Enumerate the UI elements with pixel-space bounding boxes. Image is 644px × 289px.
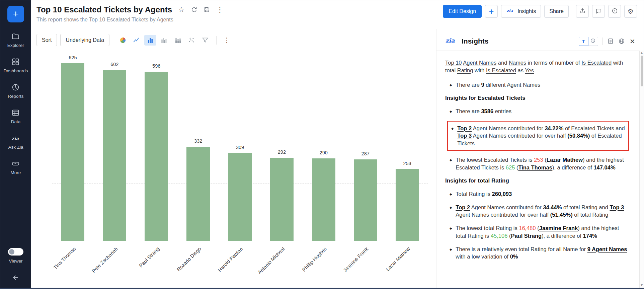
insight-text: 9 [481,82,484,88]
viewer-toggle[interactable] [8,248,23,256]
bar-lazar-mathew[interactable]: 253 [396,169,419,241]
bar-rozario-diego[interactable]: 332 [186,147,210,241]
bar-harold-pawlan[interactable]: 309 [228,153,252,241]
bar-pete-zachariah[interactable]: 602 [103,70,126,241]
insight-link[interactable]: Rating [457,67,473,73]
insights-scrollbar[interactable]: ▲ ▼ [639,51,644,288]
share-button[interactable]: Share [544,5,569,18]
insight-text: 45,106 [491,233,507,239]
insight-link[interactable]: Agent Names [463,60,496,66]
edit-design-button[interactable]: Edit Design [443,5,482,18]
insights-button[interactable]: zia Insights [501,5,541,18]
insight-bullet: ◆There are 9 different Agent Names [450,81,630,89]
comments-button[interactable] [592,5,605,18]
sidebar-item-ask-zia[interactable]: zia Ask Zia [8,134,23,150]
insight-text: with a low variation of [456,254,510,260]
toolbar-more-options-icon[interactable]: ⋮ [222,37,232,43]
insights-text-view-button[interactable]: T [579,37,588,46]
favorite-star-icon[interactable]: ☆ [178,6,185,13]
settings-button[interactable]: ⚙ [624,5,637,18]
sort-button[interactable]: Sort [36,34,57,46]
pie-chart-type-icon[interactable] [117,35,129,46]
save-icon[interactable] [204,6,210,13]
insight-link[interactable]: Yes [525,67,534,73]
stacked-column-chart-type-icon[interactable] [172,35,184,46]
scroll-up-arrow-icon[interactable]: ▲ [641,51,643,55]
bar-paul-strang[interactable]: 596 [145,72,168,241]
x-axis-label: Pete Zachariah [90,246,118,274]
insights-button-label: Insights [517,8,536,14]
insight-link[interactable]: Tina Thomas [518,164,552,170]
insight-link[interactable]: 9 Agent Names [587,246,627,252]
line-chart-type-icon[interactable] [131,35,143,46]
insight-link[interactable]: Top 10 [445,60,462,66]
scrollbar-thumb[interactable] [641,56,643,86]
insight-text: There is a relatively even total Rating … [456,246,587,252]
insight-link[interactable]: Top 3 [457,133,472,139]
insight-link[interactable]: Lazar Mathew [547,157,583,163]
bar-chart-type-icon[interactable] [144,35,156,46]
bullet-diamond-icon: ◆ [450,192,452,198]
insights-view-toggle: T [579,37,598,46]
insight-text: 260,093 [492,191,512,197]
export-button[interactable] [576,5,589,18]
close-icon[interactable]: × [630,37,635,46]
title-more-options-icon[interactable]: ⋮ [216,6,224,13]
folder-icon [11,32,20,41]
insight-link[interactable]: Paul Strang [511,233,542,239]
insight-text: of Escalated Tickets and [563,125,625,131]
collapse-sidebar-icon[interactable] [12,274,20,283]
insight-link[interactable]: Top 2 [456,204,470,210]
scroll-down-arrow-icon[interactable]: ▼ [641,284,643,287]
x-axis-label: Lazar Mathew [385,246,411,272]
bar-value-label: 596 [152,63,160,69]
bullet-diamond-icon: ◆ [450,247,452,261]
page-title: Top 10 Escalated Tickets by Agents [36,5,172,14]
sidebar-item-more[interactable]: More [11,159,21,175]
insight-link[interactable]: Names [509,60,526,66]
insight-bullet: ◆Top 2 Agent Names contributed for 34.44… [450,204,630,219]
bar-phillip-hughes[interactable]: 290 [312,158,335,241]
bar-tina-thomas[interactable]: 625 [61,63,84,241]
funnel-chart-type-icon[interactable] [199,35,211,46]
insight-link[interactable]: Top 2 [457,125,472,131]
bar-antanio-micheal[interactable]: 292 [270,158,294,241]
page-subtitle: This report shows the Top 10 Escalated T… [36,17,224,23]
language-globe-icon[interactable] [618,38,625,45]
create-new-button[interactable]: + [7,6,24,22]
insight-text: (50.84%) [567,133,590,139]
insight-link[interactable]: Is Escalated [581,60,612,66]
report-header: Top 10 Escalated Tickets by Agents ☆ ⋮ T… [31,0,644,29]
underlying-data-button[interactable]: Underlying Data [60,34,109,46]
insights-chart-view-button[interactable] [588,37,598,46]
alerts-button[interactable] [608,5,621,18]
sidebar-bottom: Viewer [8,248,23,283]
insight-text: 34.44% [543,204,562,210]
scatter-chart-type-icon[interactable] [185,35,197,46]
insight-link[interactable]: Top 3 [610,204,624,210]
bars-container: 625602596332309292290287253 [52,56,428,241]
insight-link[interactable]: Is Escalated [486,67,516,73]
insight-text: in terms of number of [526,60,581,66]
bar-value-label: 602 [110,62,118,67]
insight-text: ), a difference of [542,233,583,239]
refresh-icon[interactable] [191,6,197,13]
sidebar: + Explorer Dashboards Reports [0,0,31,288]
content-row: Sort Underlying Data [31,29,644,288]
add-button[interactable]: + [485,5,498,18]
bar-chart: 625602596332309292290287253 Tina ThomasP… [52,56,428,281]
text-view-icon: T [582,39,585,44]
insight-text: 174% [583,233,597,239]
chart-plot: 625602596332309292290287253 [52,56,428,241]
sidebar-item-dashboards[interactable]: Dashboards [4,58,28,73]
grouped-column-chart-type-icon[interactable] [158,35,170,46]
sidebar-item-explorer[interactable]: Explorer [7,32,24,48]
insight-link[interactable]: Jasmine Frank [539,225,578,231]
sidebar-item-data[interactable]: Data [11,109,21,124]
report-document-icon[interactable] [607,38,614,45]
bar-slot: 290 [303,56,344,241]
sidebar-item-reports[interactable]: Reports [8,83,23,99]
bar-slot: 292 [261,56,303,241]
bar-jasmine-frank[interactable]: 287 [354,159,377,241]
insight-bullet: ◆The lowest Escalated Tickets is 253 (La… [450,156,630,171]
